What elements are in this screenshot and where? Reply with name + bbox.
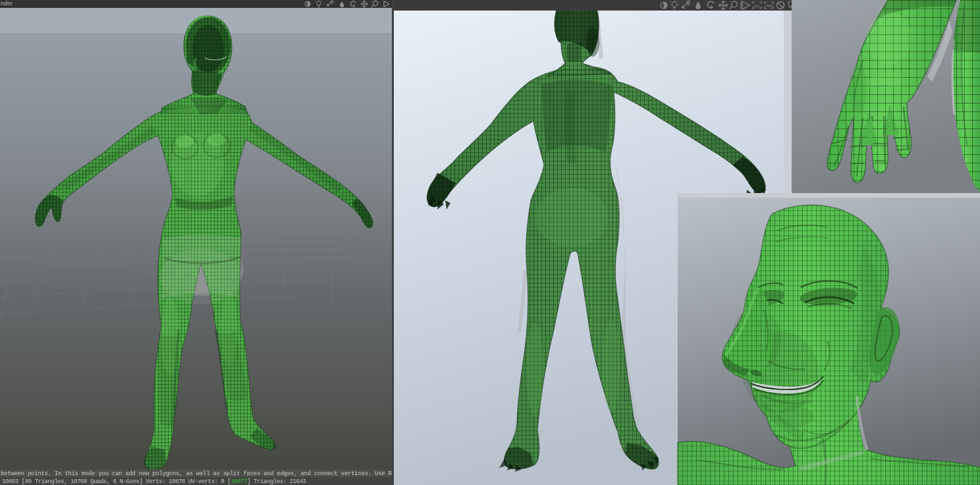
- svg-text:10863 [89 Triangles, 10768 Qua: 10863 [89 Triangles, 10768 Quads, 6 N-Go…: [2, 478, 306, 485]
- svg-text:nder: nder: [1, 0, 13, 7]
- svg-text:ALL: ALL: [754, 4, 761, 8]
- svg-text:PEN: PEN: [766, 4, 774, 8]
- svg-text:between points. In this mode y: between points. In this mode you can add…: [1, 471, 395, 477]
